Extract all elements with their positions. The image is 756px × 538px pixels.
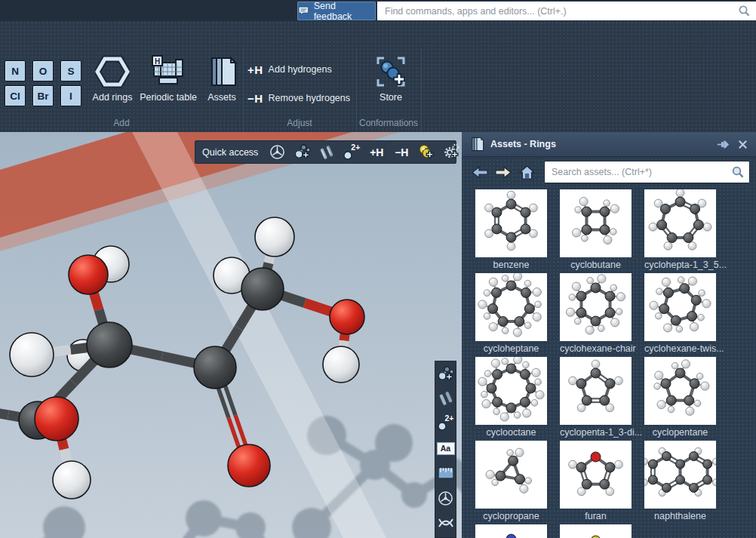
text-tool-icon[interactable]: Aa (437, 439, 455, 457)
assets-panel-title: Assets - Rings (490, 139, 710, 149)
top-bar: Send feedback (0, 0, 756, 22)
asset-thumbnail (644, 189, 716, 257)
charge-tool-icon[interactable]: 2+ (343, 143, 361, 161)
element-button-Cl[interactable]: Cl (5, 85, 26, 106)
periodic-table-icon: H (150, 54, 186, 89)
remove-hydrogens-button[interactable]: −H Remove hydrogens (247, 88, 350, 109)
asset-item-row5-12[interactable] (475, 524, 547, 538)
asset-item-cyclopropane[interactable]: cyclopropane (475, 441, 547, 524)
element-button-N[interactable]: N (5, 60, 26, 81)
assets-panel-header[interactable]: Assets - Rings (462, 132, 756, 157)
add-rings-label: Add rings (93, 92, 133, 103)
asset-item-row5-13[interactable] (560, 524, 632, 538)
asset-item-cyclohexane-chair[interactable]: cyclohexane-chair (560, 273, 632, 357)
home-button[interactable] (518, 164, 536, 180)
asset-thumbnail (560, 524, 632, 538)
group-label-add: Add (0, 118, 243, 128)
search-icon (738, 5, 751, 17)
send-feedback-button[interactable]: Send feedback (297, 2, 376, 20)
wheel-icon[interactable] (437, 489, 455, 507)
asset-thumbnail (560, 441, 632, 509)
asset-label: cyclohexane-twis... (644, 341, 716, 357)
quick-add-h-glyph: +H (370, 146, 383, 158)
add-atoms-icon[interactable] (437, 364, 455, 383)
asset-item-furan[interactable]: furan (560, 441, 632, 524)
asset-item-cycloheptane[interactable]: cycloheptane (475, 273, 547, 357)
asset-label: furan (560, 509, 632, 524)
quick-access-label: Quick access (202, 147, 258, 158)
ruler-icon[interactable] (437, 464, 455, 482)
command-search-input[interactable] (377, 2, 756, 20)
assets-panel-nav (462, 157, 756, 187)
conformation-add-icon[interactable] (417, 143, 435, 161)
add-hydrogens-button[interactable]: +H Add hydrogens (247, 59, 332, 80)
asset-item-cyclohepta-1_3_5...[interactable]: cyclohepta-1_3_5... (644, 189, 716, 273)
element-button-I[interactable]: I (60, 85, 81, 106)
asset-label: cyclobutane (560, 257, 632, 273)
asset-item-cyclopenta-1_3-di...[interactable]: cyclopenta-1_3-di... (560, 357, 632, 441)
bond-tool-icon[interactable] (437, 389, 455, 407)
bond-tool-icon[interactable] (318, 143, 336, 161)
assets-grid: benzenecyclobutanecyclohepta-1_3_5...cyc… (462, 187, 756, 538)
forward-button[interactable] (494, 164, 512, 180)
settings-add-icon[interactable] (442, 143, 460, 161)
asset-item-cyclooctane[interactable]: cyclooctane (475, 357, 547, 441)
periodic-table-button[interactable]: H Periodic table (140, 54, 196, 112)
store-icon (375, 54, 407, 89)
wheel-icon[interactable] (268, 143, 286, 161)
assets-pages-icon (206, 54, 238, 89)
twist-icon[interactable] (437, 514, 455, 532)
side-toolbar: 2+ Aa (435, 361, 456, 538)
asset-thumbnail (475, 273, 547, 341)
molecule-scene (0, 132, 462, 538)
hexagon-ring-icon (95, 54, 130, 89)
asset-item-benzene[interactable]: benzene (475, 189, 547, 273)
asset-thumbnail (560, 273, 632, 341)
search-icon (731, 165, 745, 179)
asset-item-cyclobutane[interactable]: cyclobutane (560, 189, 632, 273)
pin-panel-button[interactable] (716, 137, 730, 151)
quick-remove-h-glyph: −H (395, 146, 408, 158)
close-panel-button[interactable] (736, 137, 749, 151)
send-feedback-label: Send feedback (314, 1, 375, 22)
asset-item-cyclopentane[interactable]: cyclopentane (644, 357, 716, 441)
quick-add-hydrogens-button[interactable]: +H (367, 143, 386, 161)
add-hydrogens-glyph: +H (247, 63, 263, 76)
asset-label: cyclopropane (475, 509, 547, 524)
asset-item-cyclohexane-twis...[interactable]: cyclohexane-twis... (644, 273, 716, 357)
asset-thumbnail (475, 357, 547, 425)
assets-panel: Assets - Rings (462, 132, 756, 538)
periodic-table-label: Periodic table (140, 92, 197, 103)
add-rings-button[interactable]: Add rings (89, 54, 136, 112)
quick-remove-hydrogens-button[interactable]: −H (392, 143, 410, 161)
back-button[interactable] (471, 164, 489, 180)
speech-bubble-icon (298, 6, 309, 16)
asset-label: cyclooctane (475, 425, 547, 441)
asset-thumbnail (475, 441, 547, 509)
viewport-3d[interactable]: Quick access (0, 132, 462, 538)
ribbon: NOSClBrI Add rings (0, 21, 756, 132)
store-button[interactable]: Store (368, 54, 413, 112)
element-button-O[interactable]: O (32, 60, 54, 81)
element-button-Br[interactable]: Br (32, 85, 54, 106)
asset-label: cyclopentane (644, 425, 716, 441)
asset-thumbnail (644, 273, 716, 341)
assets-pages-icon (469, 136, 484, 152)
asset-thumbnail (560, 189, 632, 257)
svg-text:H: H (155, 57, 160, 66)
assets-button[interactable]: Assets (198, 54, 246, 112)
asset-label: benzene (475, 257, 547, 273)
assets-label: Assets (207, 92, 236, 103)
add-atoms-icon[interactable] (293, 143, 311, 161)
asset-label: naphthalene (644, 509, 716, 524)
asset-thumbnail (560, 357, 632, 425)
asset-search-input[interactable] (544, 161, 750, 183)
quick-access-toolbar: Quick access (195, 140, 456, 164)
element-button-S[interactable]: S (60, 60, 81, 81)
remove-hydrogens-glyph: −H (247, 92, 263, 105)
charge-tool-icon[interactable]: 2+ (437, 414, 455, 432)
asset-item-naphthalene[interactable]: naphthalene (644, 441, 716, 524)
asset-label: cycloheptane (475, 341, 547, 357)
asset-label: cyclohepta-1_3_5... (644, 257, 716, 273)
text-tool-glyph: Aa (437, 442, 455, 455)
